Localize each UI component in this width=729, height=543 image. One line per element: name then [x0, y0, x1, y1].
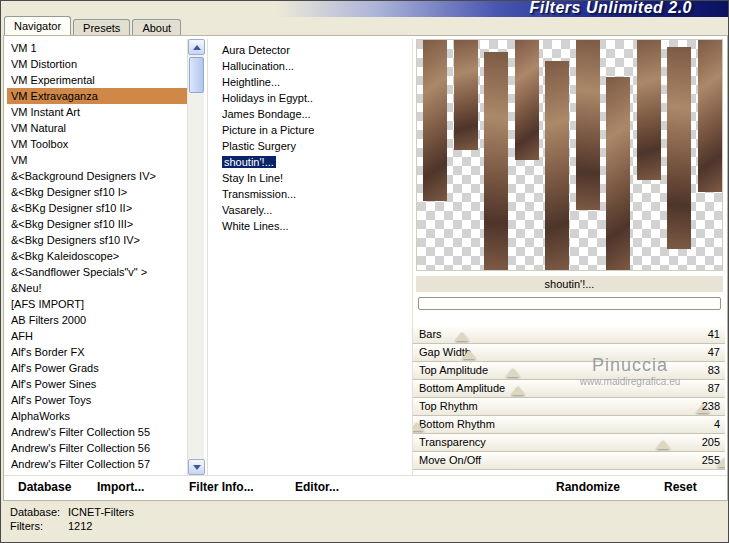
- filters-unlimited-window: Filters Unlimited 2.0 Navigator Presets …: [0, 0, 729, 543]
- reset-button[interactable]: Reset: [664, 480, 697, 494]
- preview-strip: [667, 47, 691, 249]
- category-item[interactable]: Andrew's Filter Collection 56: [7, 440, 187, 456]
- slider-panel: Bars41Gap Width47Top Amplitude83Bottom A…: [413, 326, 725, 470]
- slider-thumb[interactable]: [413, 422, 424, 431]
- filter-item[interactable]: Vasarely...: [208, 202, 409, 218]
- filter-panel: Aura DetectorHallucination...Heightline.…: [207, 39, 409, 475]
- status-filters: Filters:1212: [10, 520, 92, 532]
- status-database-label: Database:: [10, 506, 68, 518]
- status-bar: Database:ICNET-Filters Filters:1212 Appl…: [1, 501, 729, 543]
- preview-filter-name: shoutin'!...: [416, 276, 723, 292]
- title-bar: Filters Unlimited 2.0: [1, 1, 728, 17]
- slider-thumb[interactable]: [462, 350, 476, 359]
- slider-value: 4: [714, 418, 720, 430]
- slider-row[interactable]: Top Rhythm238: [413, 398, 725, 416]
- tab-bar: Navigator Presets About: [4, 16, 183, 35]
- slider-value: 83: [708, 364, 720, 376]
- slider-row[interactable]: Move On/Off255: [413, 452, 725, 470]
- filter-item[interactable]: Aura Detector: [208, 42, 409, 58]
- category-item[interactable]: &<Bkg Designers sf10 IV>: [7, 232, 187, 248]
- scroll-up-button[interactable]: [188, 39, 205, 55]
- category-panel: VM 1VM DistortionVM ExperimentalVM Extra…: [7, 39, 204, 475]
- category-item[interactable]: &<Sandflower Specials"v" >: [7, 264, 187, 280]
- slider-thumb[interactable]: [506, 368, 520, 377]
- progress-bar: [418, 297, 721, 310]
- preview-strip: [637, 40, 661, 180]
- category-item[interactable]: VM 1: [7, 40, 187, 56]
- tab-presets[interactable]: Presets: [73, 19, 130, 35]
- category-item[interactable]: Alf's Power Sines: [7, 376, 187, 392]
- preview-strip: [515, 40, 539, 160]
- category-item[interactable]: VM Toolbox: [7, 136, 187, 152]
- slider-row[interactable]: Transparency205: [413, 434, 725, 452]
- category-item[interactable]: Andrew's Filter Collection 57: [7, 456, 187, 472]
- window-title: Filters Unlimited 2.0: [529, 0, 692, 17]
- filter-item[interactable]: Holidays in Egypt..: [208, 90, 409, 106]
- category-item[interactable]: VM Instant Art: [7, 104, 187, 120]
- preview-strip: [606, 77, 630, 270]
- scrollbar-thumb[interactable]: [189, 57, 204, 93]
- slider-row[interactable]: Bottom Rhythm4: [413, 416, 725, 434]
- tab-navigator[interactable]: Navigator: [4, 16, 71, 35]
- filter-item[interactable]: Plastic Surgery: [208, 138, 409, 154]
- category-item[interactable]: &<Background Designers IV>: [7, 168, 187, 184]
- category-item[interactable]: AB Filters 2000: [7, 312, 187, 328]
- slider-value: 87: [708, 382, 720, 394]
- category-scrollbar[interactable]: [187, 39, 204, 475]
- slider-row[interactable]: Top Amplitude83: [413, 362, 725, 380]
- slider-label: Top Rhythm: [419, 400, 478, 412]
- category-item[interactable]: Alf's Power Toys: [7, 392, 187, 408]
- category-item[interactable]: &<Bkg Kaleidoscope>: [7, 248, 187, 264]
- slider-row[interactable]: Bars41: [413, 326, 725, 344]
- category-item[interactable]: AFH: [7, 328, 187, 344]
- category-item[interactable]: VM Extravaganza: [7, 88, 187, 104]
- randomize-button[interactable]: Randomize: [556, 480, 620, 494]
- preview-strip: [698, 40, 722, 192]
- editor-button[interactable]: Editor...: [295, 480, 339, 494]
- filter-item[interactable]: Hallucination...: [208, 58, 409, 74]
- filter-item[interactable]: Picture in a Picture: [208, 122, 409, 138]
- category-item[interactable]: &<Bkg Designer sf10 I>: [7, 184, 187, 200]
- category-item[interactable]: VM: [7, 152, 187, 168]
- tab-about[interactable]: About: [132, 19, 181, 35]
- slider-value: 41: [708, 328, 720, 340]
- category-item[interactable]: AlphaWorks: [7, 408, 187, 424]
- filter-item[interactable]: Transmission...: [208, 186, 409, 202]
- slider-value: 255: [702, 454, 720, 466]
- slider-label: Top Amplitude: [419, 364, 488, 376]
- slider-row[interactable]: Bottom Amplitude87: [413, 380, 725, 398]
- import-button[interactable]: Import...: [97, 480, 144, 494]
- preview-strip: [484, 52, 508, 271]
- slider-row[interactable]: Gap Width47: [413, 344, 725, 362]
- filter-item[interactable]: James Bondage...: [208, 106, 409, 122]
- status-database: Database:ICNET-Filters: [10, 506, 134, 518]
- slider-label: Bottom Rhythm: [419, 418, 495, 430]
- filter-item[interactable]: White Lines...: [208, 218, 409, 234]
- category-item[interactable]: Andrew's Filter Collection 55: [7, 424, 187, 440]
- category-item[interactable]: Alf's Power Grads: [7, 360, 187, 376]
- filter-item[interactable]: shoutin'!...: [208, 154, 409, 170]
- slider-value: 205: [702, 436, 720, 448]
- navigator-page: VM 1VM DistortionVM ExperimentalVM Extra…: [3, 35, 728, 501]
- category-item[interactable]: VM Distortion: [7, 56, 187, 72]
- scroll-down-button[interactable]: [188, 459, 205, 475]
- slider-value: 47: [708, 346, 720, 358]
- slider-thumb[interactable]: [455, 332, 469, 341]
- category-item[interactable]: &Neu!: [7, 280, 187, 296]
- slider-label: Transparency: [419, 436, 486, 448]
- filter-item[interactable]: Stay In Line!: [208, 170, 409, 186]
- toolbar: Database Import... Filter Info... Editor…: [4, 475, 727, 500]
- slider-label: Move On/Off: [419, 454, 481, 466]
- filter-item[interactable]: Heightline...: [208, 74, 409, 90]
- arrow-down-icon: [193, 465, 201, 470]
- slider-thumb[interactable]: [656, 440, 670, 449]
- category-item[interactable]: VM Experimental: [7, 72, 187, 88]
- category-item[interactable]: &<Bkg Designer sf10 III>: [7, 216, 187, 232]
- database-button[interactable]: Database: [18, 480, 71, 494]
- category-item[interactable]: Alf's Border FX: [7, 344, 187, 360]
- category-item[interactable]: [AFS IMPORT]: [7, 296, 187, 312]
- slider-thumb[interactable]: [511, 386, 525, 395]
- filter-info-button[interactable]: Filter Info...: [189, 480, 254, 494]
- category-item[interactable]: VM Natural: [7, 120, 187, 136]
- category-item[interactable]: &<BKg Designer sf10 II>: [7, 200, 187, 216]
